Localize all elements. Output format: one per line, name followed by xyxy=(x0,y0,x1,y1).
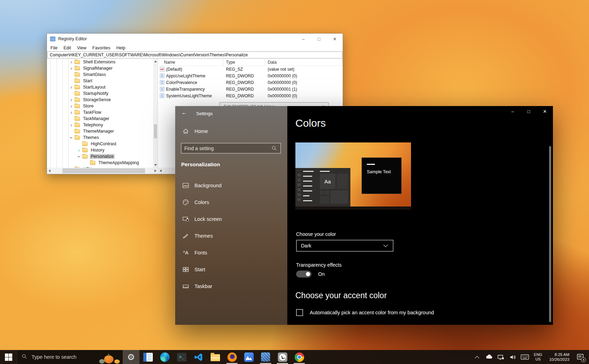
tree-scrollbar-thumb[interactable] xyxy=(154,124,157,138)
tree-item-taskflow[interactable]: ›TaskFlow xyxy=(47,109,153,115)
start-button[interactable] xyxy=(0,350,17,364)
scroll-left-arrow-icon[interactable] xyxy=(160,169,162,172)
sidebar-item-start[interactable]: Start xyxy=(175,262,287,276)
network-icon[interactable] xyxy=(496,350,506,364)
tree-item-history[interactable]: ›History xyxy=(47,147,153,153)
touch-keyboard-icon[interactable] xyxy=(520,350,530,364)
registry-value-row-appsuselighttheme[interactable]: AppsUseLightThemeREG_DWORD0x00000000 (0) xyxy=(158,72,343,79)
taskbar-button-photos-icon[interactable] xyxy=(240,350,257,364)
language-indicator[interactable]: ENG US xyxy=(532,352,545,362)
menu-favorites[interactable]: Favorites xyxy=(93,46,110,50)
taskbar-button-settings-gear-icon[interactable] xyxy=(123,350,139,364)
sidebar-item-themes[interactable]: Themes xyxy=(175,229,287,243)
sidebar-item-background[interactable]: Background xyxy=(175,178,287,192)
registry-value-row-enabletransparency[interactable]: EnableTransparencyREG_DWORD0x00000001 (1… xyxy=(158,86,343,92)
transparency-toggle[interactable] xyxy=(296,271,311,278)
menu-help[interactable]: Help xyxy=(116,46,125,50)
tree-hscrollbar-thumb[interactable] xyxy=(62,168,145,173)
close-button[interactable]: ✕ xyxy=(537,106,553,117)
settings-scrollbar-thumb[interactable] xyxy=(549,146,551,322)
transparency-toggle-row: On xyxy=(296,271,325,278)
screen: Registry Editor – □ ✕ FileEditViewFavori… xyxy=(0,0,589,364)
maximize-button[interactable]: □ xyxy=(311,34,327,44)
column-header-name[interactable]: Name xyxy=(158,59,223,65)
tree-expander-icon[interactable]: › xyxy=(76,148,82,153)
volume-icon[interactable] xyxy=(508,350,518,364)
back-arrow-icon[interactable]: ← xyxy=(182,110,187,116)
registry-value-row-colorprevalence[interactable]: ColorPrevalenceREG_DWORD0x00000000 (0) xyxy=(158,79,343,86)
taskbar-button-vscode-icon[interactable] xyxy=(190,350,207,364)
taskbar-button-firefox-icon[interactable] xyxy=(224,350,240,364)
taskbar-button-file-explorer-icon[interactable] xyxy=(207,350,224,364)
settings-search-box[interactable] xyxy=(181,143,281,154)
tree-expander-icon[interactable]: › xyxy=(76,154,82,159)
taskbar-button-clock-app-icon[interactable] xyxy=(274,350,291,364)
tree-item-personalize[interactable]: ›Personalize xyxy=(47,153,153,160)
taskbar-button-cube-app-icon[interactable] xyxy=(257,350,274,364)
onedrive-cloud-icon[interactable] xyxy=(484,350,494,364)
tree-item-label: StartupNotify xyxy=(82,91,109,96)
search-highlight-pumpkins-image[interactable] xyxy=(95,351,121,364)
sidebar-item-lock-screen[interactable]: Lock screen xyxy=(175,212,287,226)
column-header-data[interactable]: Data xyxy=(265,59,343,65)
registry-address-value[interactable]: Computer\HKEY_CURRENT_USER\SOFTWARE\Micr… xyxy=(47,51,342,58)
menu-view[interactable]: View xyxy=(77,46,87,50)
registry-value-row-systemuseslighttheme[interactable]: SystemUsesLightThemeREG_DWORD0x00000000 … xyxy=(158,92,343,99)
close-button[interactable]: ✕ xyxy=(327,34,343,44)
tray-time: 8:25 AM xyxy=(549,352,569,357)
tree-item-taskmanager[interactable]: TaskManager xyxy=(47,115,153,122)
sidebar-nav: BackgroundColorsLock screenThemesAAFonts… xyxy=(175,178,287,296)
tree-expander-icon[interactable]: › xyxy=(69,104,74,109)
tree-expander-icon[interactable]: › xyxy=(69,66,74,71)
sidebar-item-home[interactable]: Home xyxy=(182,128,208,135)
registry-value-row--default-[interactable]: (Default)REG_SZ(value not set) xyxy=(158,66,343,72)
menu-file[interactable]: File xyxy=(50,46,57,50)
scroll-left-arrow-icon[interactable] xyxy=(49,169,50,172)
dword-value-icon xyxy=(160,80,164,85)
maximize-button[interactable]: □ xyxy=(521,106,537,117)
tree-item-highcontrast[interactable]: HighContrast xyxy=(47,141,153,147)
tree-item-smartglass[interactable]: SmartGlass xyxy=(47,71,153,78)
tree-item-shell-extensions[interactable]: ›Shell Extensions xyxy=(47,59,153,65)
taskbar-button-terminal-icon[interactable] xyxy=(173,350,190,364)
column-header-type[interactable]: Type xyxy=(223,59,265,65)
search-input[interactable] xyxy=(184,146,270,151)
tree-expander-icon[interactable]: › xyxy=(69,122,74,128)
sidebar-item-fonts[interactable]: AAFonts xyxy=(175,246,287,260)
color-mode-dropdown[interactable]: Dark xyxy=(296,240,393,252)
menu-edit[interactable]: Edit xyxy=(63,46,71,50)
scroll-up-arrow-icon[interactable] xyxy=(154,61,157,62)
tree-horizontal-scrollbar[interactable] xyxy=(47,168,158,174)
accent-auto-checkbox[interactable] xyxy=(296,309,303,316)
tree-item-telephony[interactable]: ›Telephony xyxy=(47,122,153,128)
taskbar-search-box[interactable]: Type here to search xyxy=(17,350,123,364)
tree-item-signalmanager[interactable]: ›SignalManager xyxy=(47,65,153,71)
sidebar-item-taskbar[interactable]: Taskbar xyxy=(175,279,287,293)
tree-item-startupnotify[interactable]: StartupNotify xyxy=(47,90,153,97)
tree-item-themes[interactable]: ›Themes xyxy=(47,134,153,141)
tree-item-start[interactable]: Start xyxy=(47,78,153,84)
scroll-down-arrow-icon[interactable] xyxy=(154,164,157,166)
minimize-button[interactable]: – xyxy=(505,106,521,117)
tree-expander-icon[interactable]: › xyxy=(69,110,74,115)
tree-item-store[interactable]: ›Store xyxy=(47,103,153,109)
tree-item-storagesense[interactable]: ›StorageSense xyxy=(47,97,153,103)
action-center-icon[interactable]: 4 xyxy=(574,350,586,364)
taskbar-button-chrome-icon[interactable] xyxy=(291,350,308,364)
tree-expander-icon[interactable]: › xyxy=(69,85,74,90)
scroll-right-arrow-icon[interactable] xyxy=(155,169,156,172)
tree-expander-icon[interactable]: › xyxy=(69,97,74,103)
tree-item-startlayout[interactable]: ›StartLayout xyxy=(47,84,153,90)
sidebar-item-colors[interactable]: Colors xyxy=(175,195,287,209)
clock-date-display[interactable]: 8:25 AM 10/26/2023 xyxy=(546,352,572,362)
minimize-button[interactable]: – xyxy=(295,34,311,44)
tree-expander-icon[interactable]: › xyxy=(69,59,74,65)
tree-vertical-scrollbar[interactable] xyxy=(153,59,158,168)
registry-titlebar[interactable]: Registry Editor – □ ✕ xyxy=(47,34,343,44)
taskbar-button-edge-icon[interactable] xyxy=(156,350,173,364)
tray-chevron-up-icon[interactable] xyxy=(472,350,482,364)
taskbar-button-mail-app-icon[interactable] xyxy=(139,350,156,364)
tree-item-themeappxmapping[interactable]: ThemeAppxMapping xyxy=(47,160,153,166)
tree-expander-icon[interactable]: › xyxy=(69,135,74,140)
tree-item-thememanager[interactable]: ThemeManager xyxy=(47,128,153,134)
